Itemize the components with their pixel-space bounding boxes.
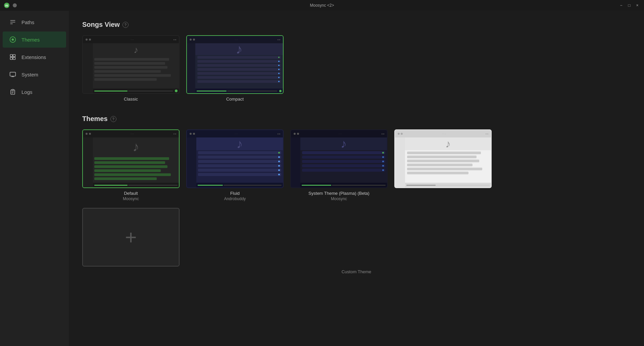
mock-dot	[86, 39, 88, 41]
sidebar-item-paths[interactable]: Paths	[3, 14, 66, 30]
themes-icon	[9, 36, 16, 43]
titlebar: m Moosync <2> − □ ×	[0, 0, 644, 11]
sidebar-item-themes[interactable]: Themes	[3, 32, 66, 48]
sidebar-label-paths: Paths	[21, 19, 34, 25]
svg-rect-6	[10, 72, 16, 76]
sidebar-label-logs: Logs	[21, 89, 33, 95]
plus-icon: +	[125, 227, 137, 247]
sidebar-item-extensions[interactable]: Extensions	[3, 49, 66, 65]
svg-rect-9	[12, 90, 14, 91]
system-plasma-author: Moosync	[290, 196, 388, 201]
sidebar-label-themes: Themes	[21, 37, 40, 43]
close-button[interactable]: ×	[635, 3, 640, 8]
sidebar: Paths Themes Extensions	[0, 11, 69, 346]
classic-theme-card[interactable]: · · · ♪	[82, 35, 180, 102]
compact-label: Compact	[186, 97, 284, 102]
traffic-light	[13, 3, 17, 7]
mock-dot	[89, 39, 91, 41]
compact-theme-card[interactable]: · · · ♪	[186, 35, 284, 102]
paths-icon	[9, 19, 16, 25]
titlebar-controls: − □ ×	[618, 3, 640, 8]
titlebar-left: m	[4, 3, 17, 8]
maximize-button[interactable]: □	[627, 3, 632, 8]
classic-label: Classic	[82, 97, 180, 102]
sidebar-item-logs[interactable]: Logs	[3, 84, 66, 100]
svg-rect-2	[10, 55, 13, 57]
light-theme-card[interactable]: · · · ♪	[394, 129, 492, 201]
themes-grid: · · · ♪	[82, 129, 631, 201]
svg-rect-4	[10, 57, 13, 60]
default-theme-card[interactable]: · · · ♪	[82, 129, 180, 201]
default-label: Default	[82, 191, 180, 196]
fluid-theme-card[interactable]: · · · ♪	[186, 129, 284, 201]
logs-icon	[9, 89, 16, 95]
themes-section-header: Themes ?	[82, 115, 631, 123]
app-icon: m	[4, 3, 9, 8]
main-container: Paths Themes Extensions	[0, 11, 644, 346]
fluid-author: Androbuddy	[186, 196, 284, 201]
system-icon	[9, 71, 16, 78]
songs-view-title: Songs View	[82, 21, 120, 28]
add-custom-theme-card[interactable]: +	[82, 208, 180, 267]
sidebar-item-system[interactable]: System	[3, 66, 66, 82]
svg-rect-3	[13, 55, 15, 57]
sidebar-label-system: System	[21, 72, 38, 77]
svg-rect-5	[13, 57, 15, 60]
songs-view-help-icon[interactable]: ?	[122, 22, 129, 28]
svg-point-1	[12, 39, 14, 41]
default-author: Moosync	[82, 196, 180, 201]
songs-view-grid: · · · ♪	[82, 35, 631, 102]
songs-view-section-header: Songs View ?	[82, 21, 631, 28]
extensions-icon	[9, 54, 16, 60]
compact-preview: · · · ♪	[186, 35, 284, 94]
system-plasma-preview: · · · ♪	[290, 129, 388, 188]
content-area: Songs View ? · · ·	[69, 11, 644, 346]
fluid-preview: · · · ♪	[186, 129, 284, 188]
system-plasma-theme-card[interactable]: · · · ♪	[290, 129, 388, 201]
sidebar-label-extensions: Extensions	[21, 54, 46, 60]
titlebar-title: Moosync <2>	[310, 3, 334, 8]
default-preview: · · · ♪	[82, 129, 180, 188]
fluid-label: Fluid	[186, 191, 284, 196]
themes-help-icon[interactable]: ?	[110, 116, 116, 122]
themes-title: Themes	[82, 115, 108, 123]
add-custom-label: Custom Theme	[82, 269, 631, 274]
light-preview: · · · ♪	[394, 129, 492, 188]
classic-preview: · · · ♪	[82, 35, 180, 94]
minimize-button[interactable]: −	[618, 3, 624, 8]
system-plasma-label: System Theme (Plasma) (Beta)	[290, 191, 388, 196]
